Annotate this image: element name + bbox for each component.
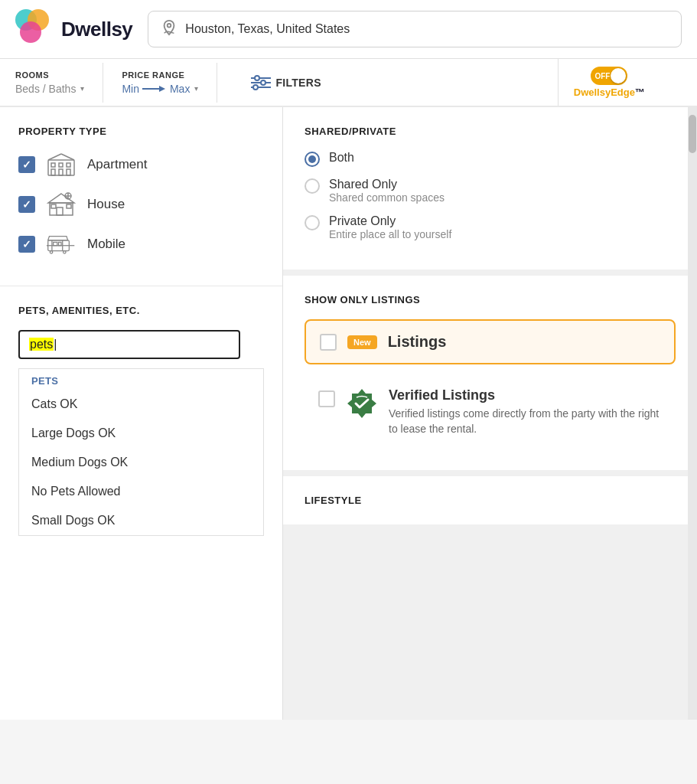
filter-bar: ROOMS Beds / Baths ▾ PRICE RANGE Min Max… — [0, 59, 697, 107]
mobile-checkbox[interactable]: ✓ — [18, 236, 35, 253]
property-item-house[interactable]: ✓ House — [18, 191, 264, 218]
mobile-label: Mobile — [87, 237, 125, 252]
toggle-knob — [611, 68, 626, 83]
verified-desc: Verified listings come directly from the… — [389, 407, 662, 436]
logo-text: Dwellsy — [61, 18, 132, 41]
radio-private-text: Private Only Entire place all to yoursel… — [329, 214, 451, 240]
radio-shared-text: Shared Only Shared common spaces — [329, 178, 445, 204]
radio-private-circle[interactable] — [305, 215, 320, 230]
house-checkbox[interactable]: ✓ — [18, 196, 35, 213]
svg-rect-13 — [51, 169, 55, 175]
pets-option-large-dogs[interactable]: Large Dogs OK — [19, 419, 263, 448]
svg-rect-11 — [59, 163, 63, 167]
svg-rect-12 — [67, 163, 70, 167]
svg-rect-21 — [51, 204, 56, 208]
filters-icon — [251, 75, 269, 90]
scrollbar-track[interactable] — [688, 107, 697, 720]
pets-section: PETS, AMENITIES, ETC. pets| PETS Cats OK… — [0, 286, 282, 536]
checkbox-check: ✓ — [22, 158, 31, 171]
left-panel: PROPERTY TYPE ✓ Apartment ✓ — [0, 107, 283, 720]
pets-input[interactable]: pets| — [29, 338, 57, 351]
verified-listings-card[interactable]: Verified Listings Verified listings come… — [305, 375, 676, 449]
svg-point-0 — [168, 24, 171, 28]
svg-point-34 — [64, 251, 66, 253]
checkbox-check: ✓ — [22, 238, 31, 250]
right-panel: SHARED/PRIVATE Both Shared Only Shared c… — [283, 107, 697, 720]
house-icon — [46, 191, 77, 218]
pets-option-small-dogs[interactable]: Small Dogs OK — [19, 506, 263, 535]
logo-area: Dwellsy — [15, 9, 132, 49]
price-filter[interactable]: PRICE RANGE Min Max ▾ — [122, 63, 217, 103]
property-type-title: PROPERTY TYPE — [18, 126, 264, 137]
svg-rect-15 — [67, 169, 70, 175]
checkbox-check: ✓ — [22, 198, 31, 211]
pets-option-medium-dogs[interactable]: Medium Dogs OK — [19, 448, 263, 477]
verified-text: Verified Listings Verified listings come… — [389, 387, 662, 436]
header: Dwellsy Houston, Texas, United States — [0, 0, 697, 59]
scrollbar-thumb[interactable] — [689, 115, 696, 153]
radio-both-circle[interactable] — [305, 152, 320, 167]
svg-point-8 — [253, 85, 258, 90]
new-listings-label: Listings — [388, 333, 447, 351]
pets-option-no-pets[interactable]: No Pets Allowed — [19, 477, 263, 506]
show-only-title: SHOW ONLY LISTINGS — [305, 294, 676, 305]
property-item-mobile[interactable]: ✓ Mobile — [18, 230, 264, 258]
filters-button[interactable]: FILTERS — [236, 67, 336, 98]
verified-title: Verified Listings — [389, 387, 662, 403]
filters-label: FILTERS — [275, 77, 321, 89]
svg-point-6 — [261, 80, 265, 85]
lifestyle-section: LIFESTYLE — [283, 476, 697, 524]
new-listings-card[interactable]: New Listings — [305, 319, 676, 364]
apartment-icon — [46, 151, 77, 178]
radio-shared[interactable]: Shared Only Shared common spaces — [305, 178, 676, 204]
pets-input-wrapper[interactable]: pets| — [18, 330, 240, 359]
rooms-value[interactable]: Beds / Baths ▾ — [15, 83, 84, 95]
edge-toggle-switch[interactable]: OFF — [591, 67, 627, 85]
edge-toggle-area[interactable]: OFF DwellsyEdge™ — [574, 67, 645, 98]
radio-both[interactable]: Both — [305, 151, 676, 167]
apartment-checkbox[interactable]: ✓ — [18, 156, 35, 173]
location-icon — [161, 19, 178, 39]
show-only-section: SHOW ONLY LISTINGS New Listings Verified… — [283, 276, 697, 470]
price-range: Min Max — [122, 83, 190, 95]
svg-rect-14 — [59, 169, 63, 175]
radio-both-inner — [308, 155, 316, 163]
edge-brand-label: DwellsyEdge™ — [574, 87, 645, 98]
pets-dropdown: PETS Cats OK Large Dogs OK Medium Dogs O… — [18, 368, 264, 536]
shared-private-title: SHARED/PRIVATE — [305, 126, 676, 137]
radio-shared-circle[interactable] — [305, 178, 320, 194]
rooms-filter[interactable]: ROOMS Beds / Baths ▾ — [15, 63, 103, 103]
search-value: Houston, Texas, United States — [185, 22, 350, 36]
svg-rect-20 — [57, 207, 63, 215]
search-bar[interactable]: Houston, Texas, United States — [148, 11, 682, 47]
shared-private-section: SHARED/PRIVATE Both Shared Only Shared c… — [283, 107, 697, 270]
svg-point-4 — [255, 76, 259, 80]
new-badge: New — [347, 335, 377, 349]
svg-marker-37 — [347, 389, 376, 418]
price-chevron: ▾ — [194, 84, 198, 93]
dwellsy-edge-toggle[interactable]: OFF DwellsyEdge™ — [558, 59, 663, 106]
radio-private[interactable]: Private Only Entire place all to yoursel… — [305, 214, 676, 240]
verified-icon — [346, 387, 378, 420]
verified-listings-checkbox[interactable] — [318, 390, 335, 407]
svg-rect-30 — [59, 242, 61, 245]
pets-option-cats[interactable]: Cats OK — [19, 390, 263, 419]
property-item-apartment[interactable]: ✓ Apartment — [18, 151, 264, 178]
svg-point-33 — [50, 251, 52, 253]
rooms-label: ROOMS — [15, 70, 84, 80]
svg-rect-10 — [51, 163, 55, 167]
logo-circle-pink — [20, 21, 41, 43]
toggle-off-label: OFF — [594, 72, 610, 80]
toggle-row[interactable]: OFF — [591, 67, 627, 85]
price-value[interactable]: Min Max ▾ — [122, 83, 198, 95]
svg-marker-2 — [159, 86, 165, 92]
main-content: PROPERTY TYPE ✓ Apartment ✓ — [0, 107, 697, 720]
svg-rect-22 — [67, 204, 71, 208]
pets-title: PETS, AMENITIES, ETC. — [18, 305, 264, 316]
property-type-section: PROPERTY TYPE ✓ Apartment ✓ — [0, 107, 282, 286]
svg-line-17 — [61, 154, 74, 160]
new-listings-checkbox[interactable] — [320, 334, 337, 351]
rooms-chevron: ▾ — [80, 84, 84, 93]
svg-rect-29 — [54, 242, 57, 245]
apartment-label: Apartment — [87, 157, 147, 172]
